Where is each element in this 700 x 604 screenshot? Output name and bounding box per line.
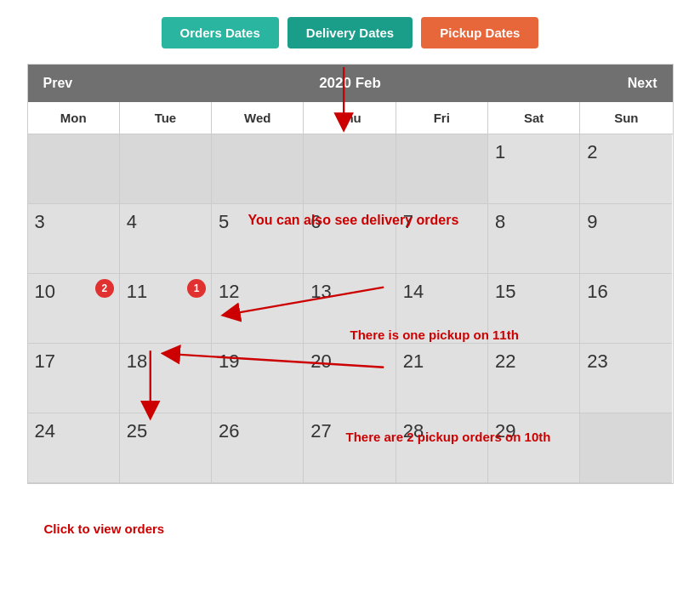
pickup-dates-button[interactable]: Pickup Dates <box>421 17 538 48</box>
day-number: 21 <box>403 350 481 373</box>
calendar-cell-22[interactable]: 22 <box>488 344 580 413</box>
calendar-cell-24[interactable]: 24 <box>28 413 120 483</box>
day-number: 1 <box>495 141 572 163</box>
day-number: 9 <box>587 211 665 233</box>
day-number: 13 <box>310 281 388 303</box>
day-number: 14 <box>403 281 481 303</box>
day-number: 22 <box>495 350 572 373</box>
calendar-cell-empty <box>212 134 304 204</box>
calendar-cell-17[interactable]: 17 <box>28 344 120 413</box>
day-number: 28 <box>403 420 481 442</box>
day-number: 24 <box>35 420 112 442</box>
calendar-outer-wrapper: Prev 2020 Feb Next Mon Tue Wed Thu Fri S… <box>27 64 674 484</box>
calendar-cell-1[interactable]: 1 <box>488 134 580 204</box>
calendar-cell-29[interactable]: 29 <box>488 413 580 483</box>
calendar-grid: 1234567891021111213141516171819202122232… <box>28 134 673 483</box>
day-number: 3 <box>35 211 112 233</box>
day-number: 7 <box>403 211 481 233</box>
calendar-cell-6[interactable]: 6 <box>304 204 396 274</box>
calendar-cell-empty <box>304 134 396 204</box>
day-number: 16 <box>587 281 665 303</box>
calendar-cell-20[interactable]: 20 <box>304 344 396 413</box>
day-sun: Sun <box>580 102 672 134</box>
day-fri: Fri <box>396 102 488 134</box>
calendar-cell-7[interactable]: 7 <box>396 204 488 274</box>
calendar-cell-26[interactable]: 26 <box>212 413 304 483</box>
calendar-cell-23[interactable]: 23 <box>580 344 672 413</box>
calendar-cell-11[interactable]: 111 <box>120 274 212 344</box>
day-number: 27 <box>310 420 388 442</box>
click-note: Click to view orders <box>44 521 165 536</box>
calendar-cell-25[interactable]: 25 <box>120 413 212 483</box>
calendar-cell-16[interactable]: 16 <box>580 274 672 344</box>
day-number: 23 <box>587 350 665 373</box>
calendar-cell-13[interactable]: 13 <box>304 274 396 344</box>
day-number: 25 <box>127 420 204 442</box>
calendar-cell-2[interactable]: 2 <box>580 134 672 204</box>
calendar-cell-5[interactable]: 5 <box>212 204 304 274</box>
day-number: 26 <box>219 420 296 442</box>
calendar-cell-28[interactable]: 28 <box>396 413 488 483</box>
calendar-cell-27[interactable]: 27 <box>304 413 396 483</box>
delivery-dates-button[interactable]: Delivery Dates <box>287 17 413 48</box>
calendar-cell-19[interactable]: 19 <box>212 344 304 413</box>
day-number: 12 <box>219 281 296 303</box>
calendar-cell-4[interactable]: 4 <box>120 204 212 274</box>
day-number: 5 <box>219 211 296 233</box>
calendar-cell-15[interactable]: 15 <box>488 274 580 344</box>
calendar-cell-empty <box>580 413 672 483</box>
day-number: 29 <box>495 420 572 442</box>
orders-dates-button[interactable]: Orders Dates <box>162 17 279 48</box>
calendar: Prev 2020 Feb Next Mon Tue Wed Thu Fri S… <box>27 64 674 484</box>
calendar-cell-21[interactable]: 21 <box>396 344 488 413</box>
calendar-cell-8[interactable]: 8 <box>488 204 580 274</box>
calendar-cell-18[interactable]: 18 <box>120 344 212 413</box>
day-number: 19 <box>219 350 296 373</box>
day-number: 15 <box>495 281 572 303</box>
calendar-cell-9[interactable]: 9 <box>580 204 672 274</box>
day-number: 17 <box>35 350 112 373</box>
toolbar: Orders Dates Delivery Dates Pickup Dates <box>162 17 539 48</box>
day-number: 8 <box>495 211 572 233</box>
day-number: 2 <box>587 141 665 163</box>
calendar-cell-12[interactable]: 12 <box>212 274 304 344</box>
prev-button[interactable]: Prev <box>43 76 73 91</box>
calendar-cell-empty <box>120 134 212 204</box>
calendar-cell-empty <box>396 134 488 204</box>
day-thu: Thu <box>304 102 396 134</box>
day-mon: Mon <box>28 102 120 134</box>
day-number: 20 <box>310 350 388 373</box>
month-label: 2020 Feb <box>319 75 381 92</box>
calendar-cell-empty <box>28 134 120 204</box>
calendar-header: Prev 2020 Feb Next <box>28 65 673 102</box>
calendar-cell-14[interactable]: 14 <box>396 274 488 344</box>
days-header: Mon Tue Wed Thu Fri Sat Sun <box>28 102 673 134</box>
day-wed: Wed <box>212 102 304 134</box>
day-number: 4 <box>127 211 204 233</box>
order-badge: 1 <box>187 279 206 298</box>
day-number: 6 <box>310 211 388 233</box>
order-badge: 2 <box>95 279 114 298</box>
day-number: 18 <box>127 350 204 373</box>
calendar-cell-3[interactable]: 3 <box>28 204 120 274</box>
calendar-cell-10[interactable]: 102 <box>28 274 120 344</box>
day-tue: Tue <box>120 102 212 134</box>
next-button[interactable]: Next <box>628 76 657 91</box>
day-sat: Sat <box>488 102 580 134</box>
